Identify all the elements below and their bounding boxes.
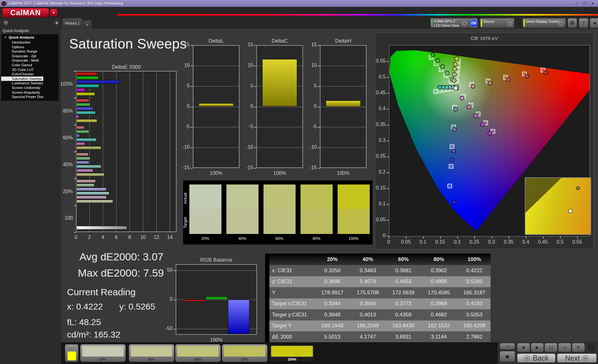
window-title: CalMAN 2017 CalMAN Ultimate for Business… [8,1,123,6]
calman-logo[interactable]: CalMAN [2,8,49,17]
maximize-button[interactable]: ❐ [581,0,589,7]
refresh-button[interactable]: ⟳ [572,343,585,352]
y-tick-label: 0.1 [379,201,386,207]
sidebar-dot-button[interactable] [4,21,8,25]
cell-value: 0.3648 [315,312,350,318]
measured-point-green [445,71,449,75]
y-tick-label: 0 [187,104,190,109]
record-indicator [587,343,596,352]
help-button[interactable]: ? [579,18,588,28]
x-tick-label: 0.1 [420,239,426,245]
display-control-dropdown[interactable]: Direct Display Control ▼ [522,18,566,28]
sidebar-item-grayscale-2pt[interactable]: Grayscale - 2pt [1,54,59,58]
close-button[interactable]: ✕ [589,0,597,7]
gridline [256,107,303,107]
y-tickmark [191,86,193,87]
chevron-down-icon[interactable]: ▼ [462,21,467,27]
table-row[interactable]: Target x:CIE310.33440.35640.37730.39690.… [265,298,491,310]
continuous-button[interactable]: ∞ [558,343,571,352]
level-button-20%[interactable]: 20% [80,344,126,362]
measured-point-magenta [474,114,478,118]
sidebar-item-colorchecker[interactable]: ColorChecker [1,72,59,77]
back-button[interactable]: « Back [517,353,556,363]
level-button-100%[interactable]: 100% [269,344,315,362]
cell-value: 0.3902 [421,268,457,274]
stop-button[interactable]: ■ [517,343,530,352]
transport-stop-large-button[interactable]: ■ [500,351,515,362]
gear-icon: ⚙ [570,20,574,26]
table-row[interactable]: x: CIE310.32500.34630.36810.39020.4222 [265,265,491,276]
sidebar-item-options[interactable]: Options [1,45,59,49]
y-tick-label: 0.25 [376,153,386,159]
rgb-bar-green [206,296,227,300]
measured-point-cyan [438,85,442,89]
gridline [89,71,90,232]
deltah-bar [326,100,361,107]
sidebar-item-screen-angularity[interactable]: Screen Angularity [1,90,59,95]
source-status-bar [481,19,482,27]
sidebar-item-screen-uniformity[interactable]: Screen Uniformity [1,86,59,90]
y-tick-label: 0 [383,233,386,238]
sidebar-item-3d-cube-lut[interactable]: 3D Cube LUT [1,68,59,72]
x-tickmark [543,236,543,239]
measured-point-blue [452,149,456,153]
table-row[interactable]: Target y:CIE310.36480.40130.43580.46820.… [265,309,491,320]
inset-target-square [568,209,572,213]
y-tick-label: 0.55 [376,58,386,64]
play-button[interactable]: ▶ [531,343,544,352]
x-tick-label: 0.15 [435,239,445,245]
target-square-blue [448,184,452,188]
y-group-label: 100% [60,81,73,87]
chevron-down-icon[interactable]: ▼ [558,21,564,27]
table-gutter [265,287,269,298]
rainbow-divider [117,14,598,16]
x-tickmark [560,236,561,239]
sidebar-item-luminance-sweeps[interactable]: Luminance Sweeps [1,81,59,86]
gridline [170,71,170,232]
sidebar-item-introduction[interactable]: Introduction [1,40,59,45]
sidebar-item-saturation-sweeps[interactable]: Saturation Sweeps [1,77,43,81]
y-group-label: 20% [63,189,73,194]
table-row[interactable]: Y178.9917175.5708172.5639170.4585165.318… [265,287,491,298]
y-tickmark [387,220,389,221]
level-button-60%[interactable]: 60% [175,344,221,362]
y-tickmark [387,141,389,141]
transport-up-button[interactable]: ▲ [500,343,515,350]
y-tick-label: -5 [312,124,317,129]
chevron-down-icon[interactable]: ▼ [507,21,513,27]
next-button[interactable]: Next » [557,353,597,363]
deltae-bar-cyan-40% [76,165,101,168]
sidebar-item-spectral-power-dist-[interactable]: Spectral Power Dist. [1,95,59,99]
cell-value: 0.4222 [457,268,492,274]
tree-root-quick-analysis[interactable]: Quick Analysis [1,35,59,40]
cell-value: 169.1948 [315,323,350,329]
level-label: 40% [129,357,174,361]
pattern-mini-button[interactable]: ▲ [65,344,78,362]
source-dropdown[interactable]: Source ▼ [480,18,515,28]
cell-value: 0.4682 [421,312,457,318]
sidebar-item-dynamic-range[interactable]: Dynamic Range [1,49,59,54]
table-row[interactable]: Target Y169.1948166.2249163.9430162.1522… [265,320,491,332]
level-label: 60% [175,357,221,361]
level-button-40%[interactable]: 40% [129,344,174,362]
level-swatch [224,346,266,357]
sidebar-item-color-gamut[interactable]: Color Gamut [1,63,59,68]
gridline [193,107,240,107]
collapse-panel-button[interactable]: ◀ [590,18,598,28]
table-row[interactable]: y: CIE310.36960.40740.44530.48060.5265 [265,276,491,287]
logo-menu-arrow-icon[interactable]: ▼ [50,9,57,16]
meter-dropdown[interactable]: X-Rite i1Pro 2 LCD Direct View ▼ 235 [430,18,478,28]
table-gutter [265,254,269,265]
sidebar-collapse-button[interactable]: ◀ [54,20,59,26]
meter-count-badge[interactable]: 235 [469,19,478,27]
add-tab-button[interactable]: + [83,21,91,29]
table-row[interactable]: ΔE 20005.50134.17473.69313.11442.7862 [265,331,491,343]
level-button-80%[interactable]: 80% [222,344,268,362]
sidebar-item-grayscale-multi[interactable]: Grayscale - Multi [1,58,59,63]
minimize-button[interactable]: ─ [572,0,581,7]
single-measure-button[interactable]: [·] [544,343,558,352]
settings-button[interactable]: ⚙ [567,18,577,28]
deltae-bar-cyan-60% [76,138,97,142]
x-tick-label: 0.3 [488,239,495,245]
tab-history-1[interactable]: History 1 [62,18,82,29]
